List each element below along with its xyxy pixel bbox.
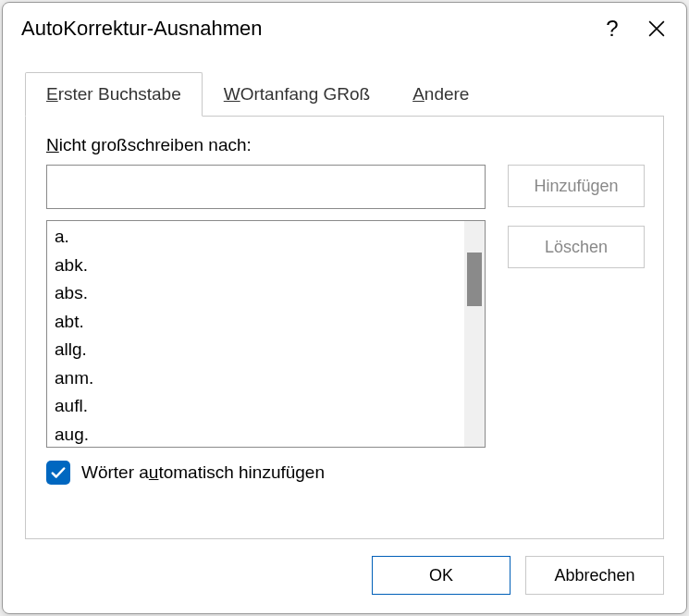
delete-button[interactable]: Löschen (508, 226, 645, 268)
exceptions-listbox[interactable]: a. abk. abs. abt. allg. anm. aufl. aug. (46, 220, 486, 448)
listbox-scrollbar[interactable] (464, 221, 485, 447)
auto-add-checkbox[interactable] (46, 461, 70, 485)
tab-initial-caps[interactable]: WOrtanfang GRoß (203, 72, 391, 117)
list-item[interactable]: aufl. (47, 392, 485, 421)
field-label: Nicht großschreiben nach: (46, 135, 643, 155)
auto-add-label: Wörter automatisch hinzufügen (81, 462, 325, 483)
dialog-footer: OK Abbrechen (3, 550, 686, 613)
scrollbar-thumb[interactable] (467, 253, 482, 306)
tab-other[interactable]: Andere (391, 72, 490, 117)
tab-panel-first-letter: Nicht großschreiben nach: a. abk. abs. a… (25, 116, 664, 539)
tabstrip: Erster Buchstabe WOrtanfang GRoß Andere (25, 71, 664, 116)
list-item[interactable]: abs. (47, 279, 485, 308)
checkmark-icon (50, 464, 67, 481)
list-item[interactable]: aug. (47, 421, 485, 449)
list-item[interactable]: allg. (47, 336, 485, 364)
list-item[interactable]: a. (47, 223, 485, 252)
close-button[interactable] (634, 6, 679, 51)
tab-first-letter[interactable]: Erster Buchstabe (25, 72, 203, 117)
dialog-content: Erster Buchstabe WOrtanfang GRoß Andere … (3, 55, 686, 550)
cancel-button[interactable]: Abbrechen (525, 556, 664, 595)
ok-button[interactable]: OK (372, 556, 511, 595)
add-button[interactable]: Hinzufügen (508, 165, 645, 207)
list-item[interactable]: anm. (47, 364, 485, 393)
exception-input[interactable] (46, 165, 486, 209)
help-button[interactable]: ? (590, 6, 634, 51)
dialog-title: AutoKorrektur-Ausnahmen (21, 17, 262, 41)
autocorrect-exceptions-dialog: AutoKorrektur-Ausnahmen ? Erster Buchsta… (2, 2, 687, 614)
list-item[interactable]: abt. (47, 308, 485, 337)
list-item[interactable]: abk. (47, 252, 485, 280)
close-icon (648, 20, 665, 37)
titlebar: AutoKorrektur-Ausnahmen ? (3, 3, 686, 55)
auto-add-checkbox-row: Wörter automatisch hinzufügen (46, 461, 643, 485)
